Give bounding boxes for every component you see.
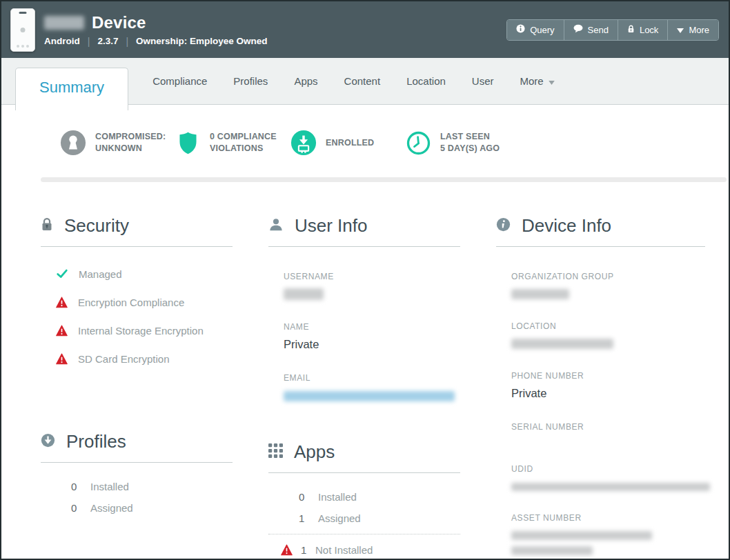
profiles-assigned-row: 0 Assigned <box>71 502 233 514</box>
download-circle-icon <box>41 433 55 450</box>
lock-button-label: Lock <box>640 25 658 35</box>
security-item-label: Internal Storage Encryption <box>78 325 204 337</box>
query-button-label: Query <box>530 25 554 35</box>
apps-installed-count: 0 <box>299 491 305 503</box>
device-action-buttons: Query Send Lock More <box>506 19 719 41</box>
profiles-section-title: Profiles <box>66 431 126 452</box>
field-organization-group-label: ORGANIZATION GROUP <box>511 272 705 281</box>
tab-profiles[interactable]: Profiles <box>220 75 281 87</box>
subtitle-separator: | <box>80 36 98 47</box>
phone-speaker <box>19 12 27 14</box>
more-button-label: More <box>689 25 709 35</box>
device-platform: Android <box>44 36 80 46</box>
tab-summary-label: Summary <box>39 79 104 97</box>
field-username: USERNAME <box>284 272 460 300</box>
profiles-assigned-count: 0 <box>71 502 77 514</box>
security-section-header: Security <box>41 215 233 247</box>
field-email: EMAIL <box>284 373 460 401</box>
status-compromised: COMPROMISED:UNKNOWN <box>60 130 175 156</box>
security-item-label: Managed <box>79 268 122 280</box>
redacted-email-link[interactable] <box>284 391 455 401</box>
redacted-device-name <box>44 16 84 30</box>
lock-button[interactable]: Lock <box>618 20 667 40</box>
more-button[interactable]: More <box>667 20 718 40</box>
tab-location-label: Location <box>406 75 446 87</box>
column-user-apps: User Info USERNAME NAME Private EMAIL <box>268 215 460 556</box>
caret-down-icon <box>677 25 684 35</box>
redacted-asset-number-value <box>511 546 593 555</box>
caret-down-icon <box>549 75 555 87</box>
tab-user-label: User <box>472 75 494 87</box>
clock-icon <box>406 130 431 156</box>
apps-dotted-divider <box>268 534 460 534</box>
security-item-encryption-compliance: Encryption Compliance <box>56 297 233 308</box>
field-asset-number-label: ASSET NUMBER <box>511 513 705 523</box>
tab-location[interactable]: Location <box>393 75 459 87</box>
device-tabs: Summary Compliance Profiles Apps Content… <box>1 58 729 105</box>
device-details-page: Device Android | 2.3.7 | Ownership: Empl… <box>0 0 730 560</box>
apps-grid-icon <box>268 443 283 461</box>
phone-keys <box>17 45 29 48</box>
apps-assigned-count: 1 <box>299 512 305 524</box>
warning-icon <box>281 544 293 556</box>
device-ownership: Ownership: Employee Owned <box>136 36 268 46</box>
security-section-title: Security <box>64 215 129 237</box>
tab-summary[interactable]: Summary <box>15 68 128 110</box>
apps-not-installed-row: 1 Not Installed <box>281 544 460 556</box>
column-security-profiles: Security Managed Encryption Compliance <box>41 215 233 523</box>
field-serial-number: SERIAL NUMBER <box>511 422 705 442</box>
user-info-section-header: User Info <box>268 215 460 247</box>
tab-user[interactable]: User <box>459 75 507 87</box>
redacted-udid-value <box>511 483 710 491</box>
field-name: NAME Private <box>284 322 460 351</box>
field-phone-number-label: PHONE NUMBER <box>511 371 705 381</box>
apps-section-header: Apps <box>268 441 460 473</box>
column-device-info: Device Info ORGANIZATION GROUP LOCATION … <box>496 215 705 555</box>
device-info-fields: ORGANIZATION GROUP LOCATION PHONE NUMBER… <box>511 272 705 555</box>
padlock-icon <box>41 217 53 234</box>
status-compliance: 0 COMPLIANCEVIOLATIONS <box>175 130 290 156</box>
security-items: Managed Encryption Compliance Internal S… <box>56 268 233 365</box>
status-compromised-text: COMPROMISED:UNKNOWN <box>95 131 166 154</box>
field-udid-label: UDID <box>511 464 705 474</box>
field-username-label: USERNAME <box>284 272 460 281</box>
security-item-managed: Managed <box>56 268 233 280</box>
tab-more-label: More <box>520 75 544 87</box>
field-location: LOCATION <box>511 321 705 349</box>
device-title-block: Device Android | 2.3.7 | Ownership: Empl… <box>44 13 268 47</box>
warning-icon <box>56 325 68 337</box>
apps-installed-row: 0 Installed <box>299 491 460 503</box>
apps-assigned-label: Assigned <box>318 512 361 524</box>
info-circle-icon <box>496 217 511 234</box>
phone-home-dot <box>21 28 26 32</box>
field-phone-number-value: Private <box>511 387 705 400</box>
field-phone-number: PHONE NUMBER Private <box>511 371 705 400</box>
tab-more[interactable]: More <box>507 75 568 87</box>
field-email-label: EMAIL <box>284 373 460 383</box>
tab-compliance[interactable]: Compliance <box>139 75 220 87</box>
chat-icon <box>573 24 583 35</box>
status-compliance-text: 0 COMPLIANCEVIOLATIONS <box>210 131 277 154</box>
status-enrolled: ENROLLED <box>290 130 406 156</box>
apps-section-title: Apps <box>294 441 335 463</box>
security-item-label: SD Card Encryption <box>78 353 170 365</box>
device-status-row: COMPROMISED:UNKNOWN 0 COMPLIANCEVIOLATIO… <box>1 105 729 156</box>
security-item-internal-storage-encryption: Internal Storage Encryption <box>56 325 233 337</box>
query-button[interactable]: Query <box>507 20 563 40</box>
profiles-assigned-label: Assigned <box>90 502 133 514</box>
send-button[interactable]: Send <box>564 20 618 40</box>
security-item-label: Encryption Compliance <box>78 297 184 308</box>
enrolled-icon <box>290 130 317 156</box>
redacted-organization-group-value <box>511 289 569 299</box>
user-info-section-title: User Info <box>295 215 368 237</box>
apps-installed-label: Installed <box>318 491 357 503</box>
tab-content[interactable]: Content <box>331 75 394 87</box>
tab-compliance-label: Compliance <box>152 75 207 87</box>
tab-apps[interactable]: Apps <box>281 75 331 87</box>
field-serial-number-value <box>511 438 705 442</box>
warning-icon <box>56 353 68 365</box>
tab-content-label: Content <box>344 75 381 87</box>
keyhole-icon <box>60 130 86 156</box>
device-header: Device Android | 2.3.7 | Ownership: Empl… <box>1 1 729 58</box>
field-serial-number-label: SERIAL NUMBER <box>511 422 705 432</box>
